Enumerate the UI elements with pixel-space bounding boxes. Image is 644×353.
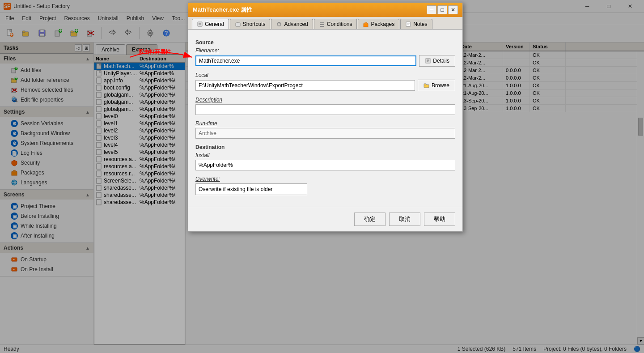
- tab-advanced[interactable]: Advanced: [271, 19, 313, 29]
- runtime-label: Run-time: [195, 120, 455, 127]
- dialog-tabs: General Shortcuts Advanced Conditions Pa…: [188, 17, 462, 30]
- overwrite-select-container: Always overwrite Never overwrite Overwri…: [195, 183, 455, 195]
- local-group: Local Browse: [195, 72, 455, 91]
- svg-marker-77: [364, 22, 368, 24]
- dialog-close-btn[interactable]: ✕: [448, 5, 458, 14]
- svg-rect-73: [320, 22, 324, 23]
- source-section-label: Source: [195, 39, 455, 46]
- tab-packages-label: Packages: [371, 21, 394, 27]
- description-group: Description: [195, 97, 455, 115]
- runtime-input: [195, 128, 455, 139]
- svg-rect-76: [364, 24, 368, 27]
- svg-rect-75: [320, 26, 324, 27]
- cancel-button[interactable]: 取消: [389, 213, 420, 226]
- details-icon: [425, 58, 431, 64]
- shortcuts-tab-icon: [235, 21, 241, 27]
- details-btn-label: Details: [433, 58, 449, 64]
- install-group: Install: [195, 152, 455, 170]
- filename-row: Details: [195, 55, 455, 67]
- general-tab-icon: [197, 21, 203, 27]
- overwrite-label: Overwrite:: [195, 176, 455, 182]
- filename-group: Filename: Details: [195, 47, 455, 67]
- install-label: Install: [195, 152, 455, 158]
- tab-shortcuts-label: Shortcuts: [243, 21, 266, 27]
- tab-conditions[interactable]: Conditions: [314, 19, 357, 29]
- dialog-title-bar: MathTeacher.exe 属性 ─ □ ✕: [188, 3, 462, 17]
- ok-button[interactable]: 确定: [354, 213, 386, 226]
- overwrite-group: Overwrite: Always overwrite Never overwr…: [195, 176, 455, 195]
- install-input[interactable]: [195, 160, 455, 170]
- dialog-maximize-btn[interactable]: □: [437, 5, 447, 14]
- tab-shortcuts[interactable]: Shortcuts: [230, 19, 271, 29]
- tab-notes-label: Notes: [413, 21, 427, 27]
- properties-dialog: MathTeacher.exe 属性 ─ □ ✕ General Shortcu…: [188, 2, 463, 232]
- dialog-title: MathTeacher.exe 属性: [193, 6, 252, 14]
- local-input[interactable]: [195, 80, 415, 91]
- description-label: Description: [195, 97, 455, 103]
- browse-btn-label: Browse: [432, 82, 449, 89]
- details-button[interactable]: Details: [419, 55, 455, 67]
- browse-icon: [424, 82, 430, 89]
- tab-notes[interactable]: Notes: [400, 19, 432, 29]
- overwrite-select[interactable]: Always overwrite Never overwrite Overwri…: [195, 183, 307, 195]
- advanced-tab-icon: [276, 21, 282, 27]
- local-row: Browse: [195, 80, 455, 91]
- destination-section-label: Destination: [195, 144, 455, 150]
- packages-tab-icon: [363, 21, 369, 27]
- svg-rect-86: [424, 84, 426, 85]
- help-button[interactable]: 帮助: [424, 213, 455, 226]
- tab-general[interactable]: General: [192, 19, 229, 29]
- dialog-footer: 确定 取消 帮助: [188, 207, 462, 231]
- svg-rect-69: [236, 23, 240, 26]
- filename-label: Filename:: [195, 47, 455, 54]
- browse-button[interactable]: Browse: [418, 80, 455, 91]
- description-input[interactable]: [195, 104, 455, 115]
- tab-general-label: General: [205, 21, 224, 27]
- dialog-content: Source Filename: Details Local Browse: [188, 30, 462, 207]
- conditions-tab-icon: [319, 21, 325, 27]
- notes-tab-icon: [405, 21, 411, 27]
- dialog-minimize-btn[interactable]: ─: [427, 5, 436, 14]
- dialog-title-controls: ─ □ ✕: [427, 5, 458, 14]
- filename-input[interactable]: [195, 55, 416, 66]
- tab-packages[interactable]: Packages: [358, 19, 399, 29]
- svg-rect-74: [320, 24, 324, 25]
- local-label: Local: [195, 72, 455, 78]
- tab-advanced-label: Advanced: [284, 21, 308, 27]
- tab-conditions-label: Conditions: [327, 21, 352, 27]
- runtime-group: Run-time: [195, 120, 455, 139]
